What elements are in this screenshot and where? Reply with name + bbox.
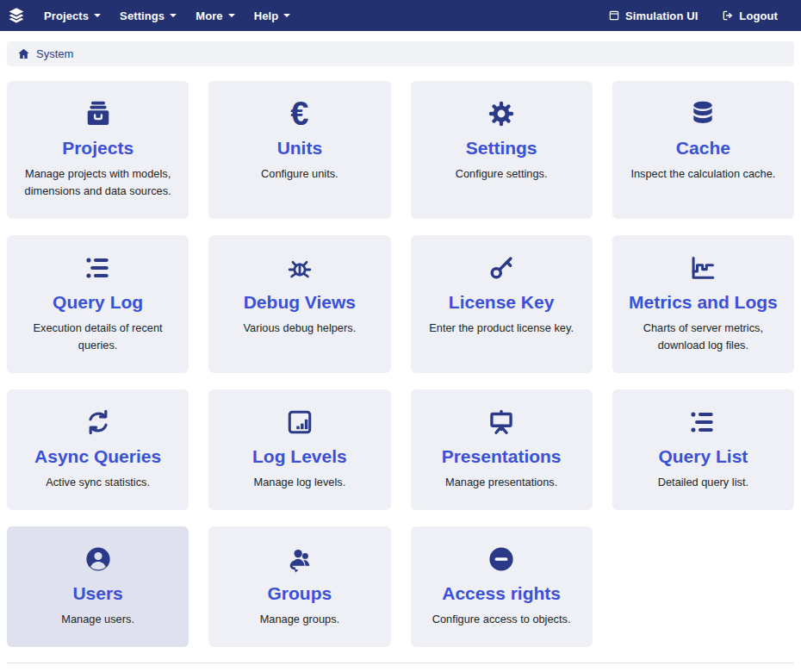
navbar-right: Simulation UI Logout (599, 0, 787, 31)
nav-item-label: Projects (44, 9, 89, 22)
system-cards-grid: Projects Manage projects with models, di… (7, 81, 794, 647)
card-description: Configure settings. (419, 165, 584, 183)
step-chart-icon (621, 252, 785, 283)
card-license-key[interactable]: License Key Enter the product license ke… (411, 235, 593, 373)
card-title: Debug Views (217, 292, 382, 313)
card-projects[interactable]: Projects Manage projects with models, di… (7, 81, 189, 219)
card-description: Configure access to objects. (419, 611, 584, 628)
card-description: Manage projects with models, dimensions … (16, 165, 180, 200)
card-description: Various debug helpers. (217, 320, 382, 337)
card-description: Manage presentations. (419, 474, 584, 491)
minus-circle-icon (419, 544, 584, 575)
card-metrics-and-logs[interactable]: Metrics and Logs Charts of server metric… (612, 235, 794, 373)
card-description: Execution details of recent queries. (16, 320, 180, 354)
caret-down-icon (94, 14, 101, 17)
caret-down-icon (283, 14, 290, 17)
gear-icon (419, 98, 584, 129)
card-cache[interactable]: Cache Inspect the calculation cache. (612, 81, 794, 219)
caret-down-icon (228, 14, 235, 17)
card-debug-views[interactable]: Debug Views Various debug helpers. (208, 235, 390, 373)
card-description: Configure units. (217, 165, 382, 183)
footer-divider (7, 663, 794, 663)
user-circle-icon (16, 544, 180, 575)
card-presentations[interactable]: Presentations Manage presentations. (411, 389, 593, 510)
nav-item-more[interactable]: More (186, 0, 244, 31)
list-icon (621, 407, 785, 438)
top-navbar: Projects Settings More Help Simulati (0, 0, 801, 31)
card-description: Enter the product license key. (419, 320, 584, 337)
card-description: Manage log levels. (217, 474, 382, 491)
nav-item-label: Settings (120, 9, 165, 22)
logout-icon (722, 9, 734, 22)
card-title: Async Queries (16, 446, 180, 467)
card-title: Units (217, 138, 382, 159)
database-icon (621, 98, 785, 129)
nav-item-label: Help (254, 9, 279, 22)
card-description: Active sync statistics. (16, 474, 180, 491)
home-icon (17, 47, 30, 60)
log-levels-icon (217, 407, 382, 438)
card-title: License Key (419, 292, 584, 313)
navbar-menu: Projects Settings More Help (34, 0, 300, 31)
card-description: Detailed query list. (621, 474, 785, 491)
card-title: Query Log (16, 292, 180, 313)
nav-item-help[interactable]: Help (245, 0, 301, 31)
card-groups[interactable]: Groups Manage groups. (208, 526, 390, 647)
sync-icon (16, 407, 180, 438)
nav-item-label: Simulation UI (625, 9, 698, 22)
card-access-rights[interactable]: Access rights Configure access to object… (411, 526, 593, 647)
nav-item-simulation-ui[interactable]: Simulation UI (599, 0, 707, 31)
card-title: Groups (217, 583, 382, 604)
nav-item-label: Logout (739, 9, 778, 22)
nav-item-projects[interactable]: Projects (34, 0, 110, 31)
card-async-queries[interactable]: Async Queries Active sync statistics. (7, 389, 189, 510)
card-title: Projects (16, 138, 180, 159)
archive-icon (16, 98, 180, 129)
key-icon (419, 252, 584, 283)
card-query-log[interactable]: Query Log Execution details of recent qu… (7, 235, 189, 373)
nav-item-label: More (196, 9, 222, 22)
window-icon (608, 9, 620, 22)
card-description: Inspect the calculation cache. (621, 165, 785, 183)
card-units[interactable]: € Units Configure units. (208, 81, 390, 219)
card-log-levels[interactable]: Log Levels Manage log levels. (208, 389, 390, 510)
presentation-icon (419, 407, 584, 438)
card-title: Presentations (419, 446, 584, 467)
card-title: Users (16, 583, 180, 604)
card-description: Charts of server metrics, download log f… (621, 320, 785, 354)
bug-icon (217, 252, 382, 283)
breadcrumb-label: System (36, 47, 73, 60)
caret-down-icon (170, 14, 177, 17)
list-icon (16, 252, 180, 283)
euro-icon: € (217, 98, 382, 129)
breadcrumb[interactable]: System (7, 41, 794, 66)
card-title: Query List (621, 446, 785, 467)
card-title: Settings (419, 138, 584, 159)
card-title: Metrics and Logs (621, 292, 785, 313)
card-description: Manage groups. (217, 611, 382, 628)
layers-icon[interactable] (7, 6, 26, 25)
users-group-icon (217, 544, 382, 575)
card-title: Cache (621, 138, 785, 159)
nav-item-settings[interactable]: Settings (110, 0, 186, 31)
card-description: Manage users. (16, 611, 180, 628)
nav-item-logout[interactable]: Logout (712, 0, 787, 31)
card-title: Log Levels (217, 446, 382, 467)
card-query-list[interactable]: Query List Detailed query list. (612, 389, 794, 510)
card-users[interactable]: Users Manage users. (7, 526, 189, 647)
card-title: Access rights (419, 583, 584, 604)
card-settings[interactable]: Settings Configure settings. (411, 81, 593, 219)
